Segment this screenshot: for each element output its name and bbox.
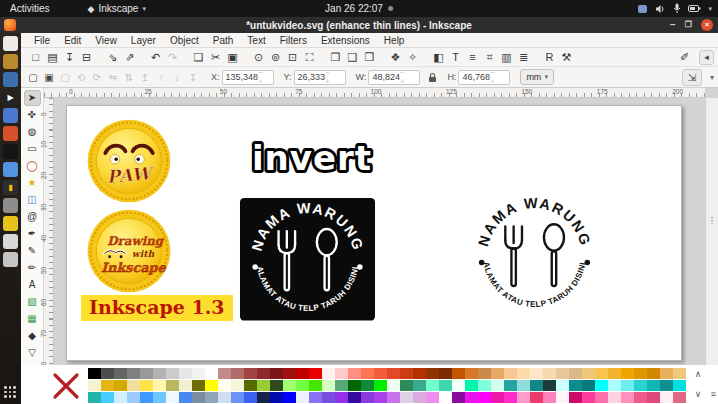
palette-swatch[interactable] (426, 368, 439, 379)
palette-swatch[interactable] (374, 368, 387, 379)
cut-icon[interactable]: ✂ (207, 51, 224, 64)
palette-swatch[interactable] (569, 368, 582, 379)
palette-swatch[interactable] (140, 380, 153, 391)
vertical-scrollbar[interactable]: ⋮ (705, 98, 718, 365)
menu-view[interactable]: View (88, 35, 124, 46)
document-page[interactable]: PAW Drawing with Inkscape Inkscape 1.3 i… (66, 105, 682, 361)
palette-swatch[interactable] (608, 368, 621, 379)
palette-swatch[interactable] (335, 368, 348, 379)
palette-swatch[interactable] (179, 368, 192, 379)
palette-swatch[interactable] (374, 380, 387, 391)
palette-swatch[interactable] (101, 392, 114, 403)
palette-swatch[interactable] (517, 392, 530, 403)
palette-swatch[interactable] (231, 368, 244, 379)
palette-swatch[interactable] (530, 392, 543, 403)
menu-file[interactable]: File (27, 35, 57, 46)
palette-swatch[interactable] (387, 368, 400, 379)
import-icon[interactable]: ⇘ (104, 51, 121, 64)
palette-swatch[interactable] (153, 392, 166, 403)
palette-swatch[interactable] (569, 380, 582, 391)
dock-app-document[interactable] (3, 234, 18, 249)
palette-swatch[interactable] (166, 368, 179, 379)
palette-swatch[interactable] (88, 380, 101, 391)
menu-text[interactable]: Text (240, 35, 272, 46)
dock-app-dark[interactable] (3, 144, 18, 159)
system-tray[interactable]: ▾ (637, 0, 712, 17)
palette-swatch[interactable] (283, 368, 296, 379)
palette-swatch[interactable] (192, 380, 205, 391)
show-applications-button[interactable] (3, 385, 17, 399)
palette-swatch[interactable] (179, 392, 192, 403)
palette-swatch[interactable] (556, 380, 569, 391)
palette-swatch[interactable] (556, 392, 569, 403)
palette-swatch[interactable] (348, 392, 361, 403)
canvas-viewport[interactable]: PAW Drawing with Inkscape Inkscape 1.3 i… (54, 98, 705, 365)
paint-bucket-tool[interactable]: ▽ (24, 345, 41, 361)
dock-app-gray[interactable] (3, 198, 18, 213)
toolbar-overflow-caret-icon[interactable]: ▾ (710, 73, 714, 82)
preferences-icon[interactable]: ⚒ (558, 51, 575, 64)
dock-app-photos[interactable] (3, 108, 18, 123)
palette-swatch[interactable] (244, 392, 257, 403)
palette-scroll-up-button[interactable]: ∧ (692, 369, 704, 379)
palette-swatch[interactable] (634, 368, 647, 379)
palette-swatch[interactable] (257, 392, 270, 403)
palette-swatch[interactable] (465, 392, 478, 403)
palette-swatch[interactable] (595, 392, 608, 403)
palette-swatch[interactable] (114, 392, 127, 403)
dock-app-terminal[interactable]: ▮ (3, 180, 18, 195)
palette-swatch[interactable] (231, 392, 244, 403)
minimize-button[interactable]: − (670, 20, 676, 30)
palette-swatch[interactable] (322, 392, 335, 403)
menu-extensions[interactable]: Extensions (314, 35, 377, 46)
flip-vertical-icon[interactable]: ⇅ (121, 72, 137, 83)
palette-swatch[interactable] (465, 368, 478, 379)
palette-swatch[interactable] (296, 368, 309, 379)
palette-swatch[interactable] (530, 368, 543, 379)
calligraphy-tool[interactable]: ✏ (24, 260, 41, 276)
palette-swatch[interactable] (205, 380, 218, 391)
palette-swatch[interactable] (127, 368, 140, 379)
palette-swatch[interactable] (582, 392, 595, 403)
inkscape-version-caption[interactable]: Inkscape 1.3 (81, 295, 233, 321)
object-properties-icon[interactable]: ≡ (464, 51, 481, 63)
palette-swatch[interactable] (621, 368, 634, 379)
palette-swatch[interactable] (153, 368, 166, 379)
dock-app-software[interactable] (3, 126, 18, 141)
ungroup-icon[interactable]: ✧ (404, 51, 421, 64)
unlink-clone-icon[interactable]: ❒ (361, 51, 378, 64)
palette-swatch[interactable] (270, 380, 283, 391)
open-document-icon[interactable]: ▤ (44, 51, 61, 64)
warung-logo-light[interactable]: NAMA WARUNG ALAMAT ATAU TELP TARUH DISIN… (465, 187, 604, 324)
palette-swatch[interactable] (322, 368, 335, 379)
stepper-icons[interactable]: − + (490, 68, 506, 86)
dock-app-document-2[interactable] (3, 252, 18, 267)
rectangle-tool[interactable]: ▭ (24, 141, 41, 157)
palette-swatch[interactable] (465, 380, 478, 391)
palette-swatch[interactable] (231, 380, 244, 391)
transform-settings-button[interactable]: ⇲ (682, 69, 702, 86)
palette-swatch[interactable] (673, 392, 686, 403)
menu-help[interactable]: Help (377, 35, 412, 46)
palette-swatch[interactable] (621, 380, 634, 391)
dock-app-media-player[interactable]: ▶ (3, 90, 18, 105)
copy-icon[interactable]: ❏ (190, 51, 207, 64)
palette-swatch[interactable] (517, 380, 530, 391)
menu-object[interactable]: Object (163, 35, 206, 46)
snap-toggle-icon[interactable]: ✐ (676, 51, 693, 64)
palette-swatch[interactable] (400, 380, 413, 391)
palette-swatch[interactable] (322, 380, 335, 391)
palette-swatch[interactable] (491, 368, 504, 379)
raise-top-icon[interactable]: ↥ (137, 72, 153, 83)
palette-swatch[interactable] (517, 368, 530, 379)
palette-swatch[interactable] (283, 380, 296, 391)
height-input[interactable]: 46,768 − + (458, 70, 510, 85)
text-tool[interactable]: A (24, 277, 41, 293)
clock-button[interactable]: Jan 26 22:07 (325, 3, 393, 14)
palette-swatch[interactable] (140, 392, 153, 403)
palette-swatch[interactable] (309, 368, 322, 379)
palette-swatch[interactable] (296, 392, 309, 403)
paste-icon[interactable]: ▣ (224, 51, 241, 64)
palette-swatch[interactable] (361, 368, 374, 379)
gradient-tool[interactable]: ▧ (24, 294, 41, 310)
